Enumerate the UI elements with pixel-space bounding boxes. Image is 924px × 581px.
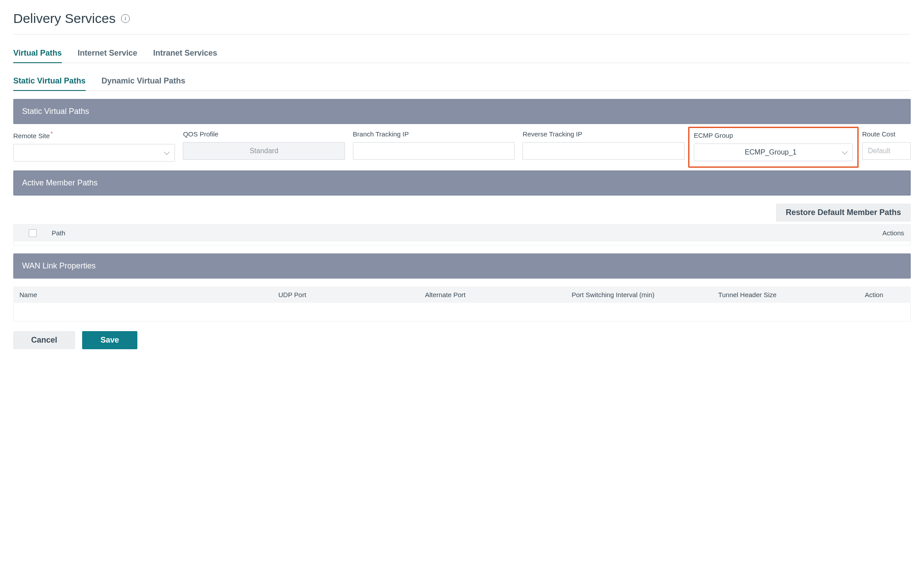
ecmp-group-highlight: ECMP Group ECMP_Group_1: [688, 127, 859, 168]
page-title: Delivery Services: [13, 11, 116, 26]
ecmp-group-value: ECMP_Group_1: [700, 148, 842, 156]
field-ecmp-group: ECMP Group ECMP_Group_1: [693, 130, 854, 162]
svp-form-row: Remote Site* QOS Profile Standard Branch…: [13, 130, 911, 162]
route-cost-input[interactable]: Default: [862, 142, 911, 160]
label-ecmp-group: ECMP Group: [694, 132, 853, 139]
wlp-table-head: Name UDP Port Alternate Port Port Switch…: [13, 287, 911, 303]
reverse-tracking-ip-input[interactable]: [523, 142, 684, 160]
wlp-table: Name UDP Port Alternate Port Port Switch…: [13, 287, 911, 321]
wlp-col-action: Action: [865, 291, 905, 298]
field-reverse-tracking-ip: Reverse Tracking IP: [523, 130, 684, 160]
required-asterisk: *: [51, 130, 53, 137]
tab-virtual-paths[interactable]: Virtual Paths: [13, 49, 62, 63]
label-remote-site-text: Remote Site: [13, 132, 50, 140]
qos-profile-value: Standard: [250, 147, 278, 155]
wlp-col-udp-port: UDP Port: [278, 291, 419, 298]
amp-checkbox-header: [20, 229, 45, 237]
amp-button-row: Restore Default Member Paths: [13, 204, 911, 222]
field-qos-profile: QOS Profile Standard: [183, 130, 345, 160]
label-branch-tracking-ip: Branch Tracking IP: [353, 130, 515, 138]
wlp-col-alternate-port: Alternate Port: [425, 291, 565, 298]
amp-table: Path Actions: [13, 224, 911, 245]
label-remote-site: Remote Site*: [13, 130, 175, 140]
amp-col-path: Path: [52, 229, 863, 237]
wlp-col-tunnel-header-size: Tunnel Header Size: [718, 291, 859, 298]
subtab-static-virtual-paths[interactable]: Static Virtual Paths: [13, 76, 86, 91]
section-active-member-paths: Active Member Paths: [13, 170, 911, 196]
tab-intranet-services[interactable]: Intranet Services: [153, 49, 217, 63]
select-all-checkbox[interactable]: [29, 229, 37, 237]
branch-tracking-ip-input[interactable]: [353, 142, 515, 160]
label-qos-profile: QOS Profile: [183, 130, 345, 138]
page-header: Delivery Services i: [13, 11, 911, 34]
subtab-dynamic-virtual-paths[interactable]: Dynamic Virtual Paths: [102, 76, 186, 91]
wlp-col-port-switching-interval: Port Switching Interval (min): [572, 291, 712, 298]
save-button[interactable]: Save: [82, 331, 137, 349]
sub-tabs: Static Virtual Paths Dynamic Virtual Pat…: [13, 76, 911, 91]
form-action-row: Cancel Save: [13, 331, 911, 349]
tab-internet-service[interactable]: Internet Service: [78, 49, 137, 63]
field-remote-site: Remote Site*: [13, 130, 175, 162]
amp-col-actions: Actions: [869, 229, 904, 237]
section-static-virtual-paths: Static Virtual Paths: [13, 99, 911, 124]
restore-default-member-paths-button[interactable]: Restore Default Member Paths: [776, 204, 911, 222]
primary-tabs: Virtual Paths Internet Service Intranet …: [13, 49, 911, 63]
route-cost-placeholder: Default: [868, 147, 890, 155]
chevron-down-icon: [164, 150, 169, 155]
field-branch-tracking-ip: Branch Tracking IP: [353, 130, 515, 160]
amp-table-body: [14, 241, 910, 245]
section-wan-link-properties: WAN Link Properties: [13, 253, 911, 279]
amp-table-head: Path Actions: [14, 225, 910, 241]
remote-site-select[interactable]: [13, 144, 175, 162]
chevron-down-icon: [842, 150, 847, 155]
label-route-cost: Route Cost: [862, 130, 911, 138]
field-route-cost: Route Cost Default: [862, 130, 911, 160]
wlp-col-name: Name: [19, 291, 272, 298]
info-icon[interactable]: i: [121, 14, 130, 23]
ecmp-group-select[interactable]: ECMP_Group_1: [694, 143, 853, 161]
cancel-button[interactable]: Cancel: [13, 331, 75, 349]
wlp-table-body: [13, 303, 911, 321]
qos-profile-select: Standard: [183, 142, 345, 160]
label-reverse-tracking-ip: Reverse Tracking IP: [523, 130, 684, 138]
